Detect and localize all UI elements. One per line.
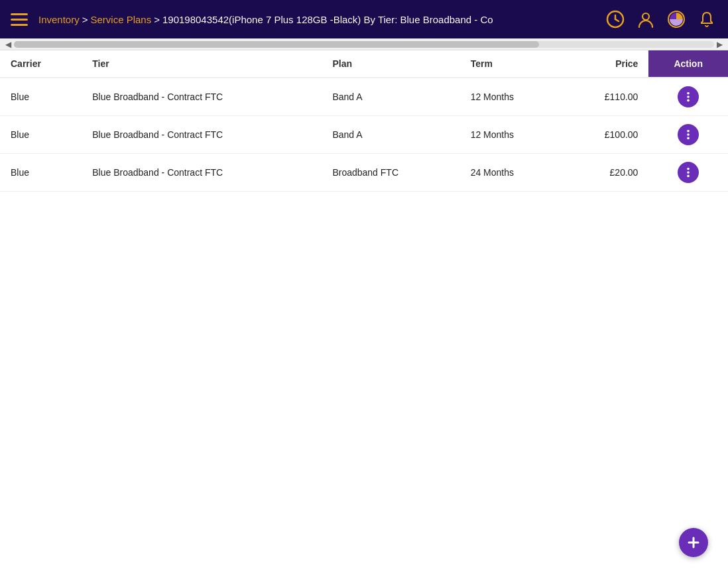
action-menu-button[interactable] (678, 162, 699, 183)
bell-icon[interactable] (696, 9, 717, 30)
clock-icon[interactable] (605, 9, 626, 30)
svg-point-10 (687, 137, 690, 140)
chart-icon[interactable] (666, 9, 687, 30)
cell-price: £100.00 (562, 116, 649, 154)
cell-term: 12 Months (460, 78, 562, 116)
cell-price: £110.00 (562, 78, 649, 116)
scroll-right-arrow[interactable]: ▶ (714, 40, 725, 49)
svg-point-8 (687, 130, 690, 133)
header-carrier: Carrier (0, 50, 82, 78)
cell-action (648, 116, 728, 154)
header-price: Price (562, 50, 649, 78)
hamburger-menu[interactable] (11, 13, 28, 26)
svg-point-6 (687, 96, 690, 98)
svg-point-5 (687, 92, 690, 95)
service-plans-table: Carrier Tier Plan Term Price Action Blue… (0, 50, 728, 192)
scrollbar-track[interactable] (14, 41, 714, 48)
cell-action (648, 154, 728, 192)
action-menu-button[interactable] (678, 124, 699, 145)
svg-point-12 (687, 171, 690, 174)
breadcrumb-inventory[interactable]: Inventory (38, 14, 80, 25)
svg-point-3 (642, 13, 649, 20)
header-plan: Plan (322, 50, 459, 78)
breadcrumb-separator-1: > (82, 14, 88, 25)
breadcrumb: Inventory > Service Plans > 190198043542… (38, 14, 594, 25)
cell-plan: Band A (322, 116, 459, 154)
scroll-left-arrow[interactable]: ◀ (3, 40, 14, 49)
breadcrumb-service-plans[interactable]: Service Plans (90, 14, 151, 25)
svg-line-2 (615, 19, 619, 21)
cell-term: 12 Months (460, 116, 562, 154)
svg-point-13 (687, 175, 690, 178)
navbar: Inventory > Service Plans > 190198043542… (0, 0, 728, 38)
cell-carrier: Blue (0, 116, 82, 154)
scrollbar-thumb[interactable] (14, 41, 539, 48)
table-row: BlueBlue Broadband - Contract FTCBroadba… (0, 154, 728, 192)
header-tier: Tier (82, 50, 322, 78)
table-container: Carrier Tier Plan Term Price Action Blue… (0, 50, 728, 192)
cell-tier: Blue Broadband - Contract FTC (82, 116, 322, 154)
action-menu-button[interactable] (678, 86, 699, 107)
cell-plan: Band A (322, 78, 459, 116)
cell-carrier: Blue (0, 154, 82, 192)
svg-point-9 (687, 133, 690, 136)
user-icon[interactable] (635, 9, 656, 30)
svg-point-7 (687, 99, 690, 102)
cell-term: 24 Months (460, 154, 562, 192)
cell-carrier: Blue (0, 78, 82, 116)
table-row: BlueBlue Broadband - Contract FTCBand A1… (0, 78, 728, 116)
breadcrumb-detail: 190198043542(iPhone 7 Plus 128GB -Black)… (162, 14, 493, 25)
add-fab-button[interactable] (679, 528, 708, 557)
cell-tier: Blue Broadband - Contract FTC (82, 78, 322, 116)
horizontal-scrollbar[interactable]: ◀ ▶ (0, 38, 728, 50)
header-action: Action (648, 50, 728, 78)
header-term: Term (460, 50, 562, 78)
table-header-row: Carrier Tier Plan Term Price Action (0, 50, 728, 78)
cell-price: £20.00 (562, 154, 649, 192)
svg-point-11 (687, 168, 690, 170)
breadcrumb-separator-2: > (154, 14, 160, 25)
nav-icons (605, 9, 717, 30)
table-row: BlueBlue Broadband - Contract FTCBand A1… (0, 116, 728, 154)
cell-plan: Broadband FTC (322, 154, 459, 192)
cell-action (648, 78, 728, 116)
cell-tier: Blue Broadband - Contract FTC (82, 154, 322, 192)
